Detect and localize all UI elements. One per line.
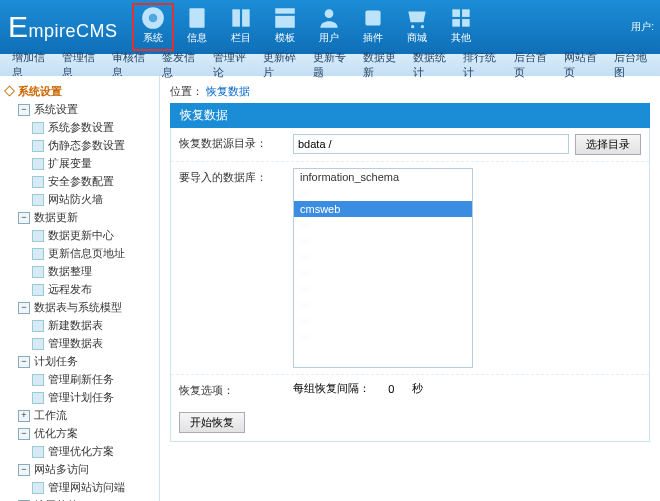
row-source: 恢复数据源目录： 选择目录 [171, 128, 649, 161]
sidebar-item[interactable]: 扩展变量 [32, 157, 92, 169]
app-logo: EmpireCMS [0, 10, 132, 44]
start-restore-button[interactable]: 开始恢复 [179, 412, 245, 433]
content: 位置： 恢复数据 恢复数据 恢复数据源目录： 选择目录 要导入的数据库： inf… [160, 76, 660, 501]
toolbar-cart[interactable]: 商城 [396, 3, 438, 51]
opt-unit: 秒 [412, 381, 423, 396]
sidebar-group[interactable]: 工作流 [18, 409, 67, 421]
opt-label: 恢复选项： [179, 381, 293, 398]
toolbar-label: 其他 [440, 32, 482, 44]
db-option[interactable]: ··· [294, 217, 472, 233]
cart-icon [396, 5, 438, 31]
svg-rect-4 [242, 9, 250, 26]
toolbar-gear[interactable]: 系统 [132, 3, 174, 51]
sidebar-item[interactable]: 更新信息页地址 [32, 247, 125, 259]
toolbar-grid[interactable]: 其他 [440, 3, 482, 51]
svg-rect-11 [452, 9, 460, 17]
svg-point-1 [148, 14, 157, 23]
db-option[interactable]: ··· [294, 265, 472, 281]
db-label: 要导入的数据库： [179, 168, 293, 185]
svg-rect-12 [462, 9, 470, 17]
toolbar-doc[interactable]: 信息 [176, 3, 218, 51]
sidebar-item[interactable]: 数据整理 [32, 265, 92, 277]
db-option[interactable]: ··· [294, 297, 472, 313]
sidebar-item[interactable]: 管理刷新任务 [32, 373, 114, 385]
sidebar-item[interactable]: 新建数据表 [32, 319, 103, 331]
sidebar-group[interactable]: 优化方案 [18, 427, 78, 439]
main: ◇ 系统设置系统设置系统参数设置伪静态参数设置扩展变量安全参数配置网站防火墙数据… [0, 76, 660, 501]
toolbar-template[interactable]: 模板 [264, 3, 306, 51]
topbar: EmpireCMS 系统信息栏目模板用户插件商城其他 用户: [0, 0, 660, 54]
opt-value: 0 [388, 383, 394, 395]
user-label: 用户: [631, 20, 660, 34]
src-label: 恢复数据源目录： [179, 134, 293, 151]
sidebar-item[interactable]: 管理优化方案 [32, 445, 114, 457]
toolbar-users[interactable]: 用户 [308, 3, 350, 51]
users-icon [308, 5, 350, 31]
gear-icon [132, 5, 174, 31]
db-option[interactable]: cmsweb [294, 201, 472, 217]
toolbar-label: 栏目 [220, 32, 262, 44]
svg-rect-5 [275, 8, 295, 13]
toolbar-label: 信息 [176, 32, 218, 44]
row-options: 恢复选项： 每组恢复间隔： 0 秒 [171, 374, 649, 404]
svg-point-9 [411, 25, 414, 28]
svg-rect-2 [189, 8, 204, 28]
svg-point-10 [420, 25, 423, 28]
sidebar-group[interactable]: 计划任务 [18, 355, 78, 367]
toolbar-label: 用户 [308, 32, 350, 44]
sidebar-group[interactable]: 数据表与系统模型 [18, 301, 122, 313]
svg-rect-14 [462, 19, 470, 27]
svg-rect-8 [365, 10, 380, 25]
toolbar-label: 模板 [264, 32, 306, 44]
db-option[interactable]: ··· [294, 329, 472, 345]
panel-title: 恢复数据 [170, 103, 650, 128]
sidebar-item[interactable]: 管理数据表 [32, 337, 103, 349]
src-input[interactable] [293, 134, 569, 154]
sidebar-group[interactable]: 系统设置 [18, 103, 78, 115]
breadcrumb-link[interactable]: 恢复数据 [206, 85, 250, 97]
toolbar: 系统信息栏目模板用户插件商城其他 [132, 3, 482, 51]
svg-rect-13 [452, 19, 460, 27]
sidebar-root[interactable]: ◇ 系统设置 [4, 85, 62, 97]
panel-body: 恢复数据源目录： 选择目录 要导入的数据库： information_schem… [170, 128, 650, 442]
sidebar-item[interactable]: 远程发布 [32, 283, 92, 295]
sidebar-item[interactable]: 数据更新中心 [32, 229, 114, 241]
sidebar-group[interactable]: 数据更新 [18, 211, 78, 223]
breadcrumb: 位置： 恢复数据 [170, 84, 650, 99]
toolbar-plugin[interactable]: 插件 [352, 3, 394, 51]
breadcrumb-prefix: 位置： [170, 85, 203, 97]
columns-icon [220, 5, 262, 31]
db-option[interactable]: ··· [294, 281, 472, 297]
db-option[interactable]: ··· [294, 233, 472, 249]
sidebar-item[interactable]: 伪静态参数设置 [32, 139, 125, 151]
sidebar-item[interactable]: 系统参数设置 [32, 121, 114, 133]
db-option[interactable]: information_schema [294, 169, 472, 185]
sidebar-item[interactable]: 管理计划任务 [32, 391, 114, 403]
toolbar-label: 插件 [352, 32, 394, 44]
sidebar-item[interactable]: 安全参数配置 [32, 175, 114, 187]
toolbar-columns[interactable]: 栏目 [220, 3, 262, 51]
sidebar: ◇ 系统设置系统设置系统参数设置伪静态参数设置扩展变量安全参数配置网站防火墙数据… [0, 76, 160, 501]
grid-icon [440, 5, 482, 31]
db-option[interactable]: ··· [294, 313, 472, 329]
submit-row: 开始恢复 [171, 404, 649, 441]
opt-text: 每组恢复间隔： [293, 381, 370, 396]
menubar: 增加信息管理信息审核信息签发信息管理评论更新碎片更新专题数据更新数据统计排行统计… [0, 54, 660, 76]
db-listbox[interactable]: information_schema···cmsweb·············… [293, 168, 473, 368]
db-option[interactable]: ··· [294, 249, 472, 265]
svg-point-7 [324, 9, 333, 18]
row-database: 要导入的数据库： information_schema···cmsweb····… [171, 161, 649, 374]
svg-rect-3 [232, 9, 240, 26]
sidebar-item[interactable]: 管理网站访问端 [32, 481, 125, 493]
toolbar-label: 商城 [396, 32, 438, 44]
doc-icon [176, 5, 218, 31]
sidebar-group[interactable]: 网站多访问 [18, 463, 89, 475]
db-option[interactable]: ··· [294, 185, 472, 201]
plugin-icon [352, 5, 394, 31]
template-icon [264, 5, 306, 31]
choose-dir-button[interactable]: 选择目录 [575, 134, 641, 155]
toolbar-label: 系统 [132, 32, 174, 44]
svg-rect-6 [275, 16, 295, 28]
sidebar-item[interactable]: 网站防火墙 [32, 193, 103, 205]
